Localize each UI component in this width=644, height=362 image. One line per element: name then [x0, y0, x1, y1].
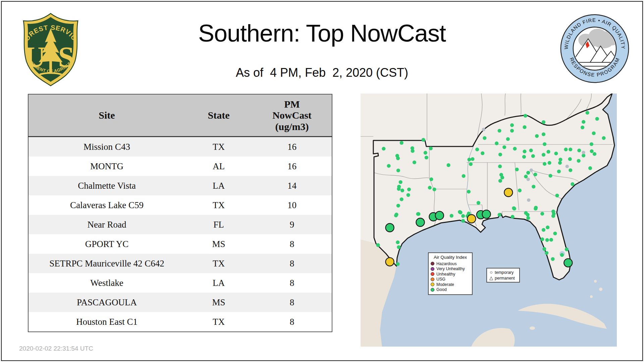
table-cell: PASCAGOULA — [28, 293, 185, 312]
monitor-dot-good — [542, 120, 545, 124]
monitor-dot-good — [498, 165, 502, 168]
legend-label: Very Unhealthy — [436, 266, 465, 271]
bahamas-island-1 — [594, 280, 597, 283]
monitor-dot-good — [394, 213, 398, 216]
table-cell: Westlake — [28, 273, 185, 293]
monitor-dot-good — [548, 161, 551, 165]
monitor-dot-good — [376, 243, 380, 247]
legend-item: Moderate — [431, 282, 470, 287]
table-cell: 8 — [252, 254, 332, 273]
table-row: Chalmette VistaLA14 — [28, 176, 332, 195]
monitor-dot-inactive — [527, 198, 530, 202]
monitor-dot-good — [560, 253, 564, 257]
temporary-label: temporary — [495, 270, 514, 275]
monitor-dot-good — [510, 129, 514, 132]
monitor-dot-good — [553, 232, 557, 235]
marker-type-key: ○ temporary △ permanent — [486, 268, 520, 283]
generation-timestamp: 2020-02-02 22:31:54 UTC — [19, 345, 93, 352]
top-site-marker-good — [386, 224, 394, 232]
table-cell: 9 — [252, 215, 332, 234]
monitor-dot-good — [533, 173, 537, 176]
monitor-dot-good — [590, 149, 594, 153]
table-cell: 8 — [252, 234, 332, 254]
monitor-dot-good — [602, 136, 605, 140]
legend-label: Hazardous — [436, 261, 457, 266]
marker-key-permanent-row: △ permanent — [489, 275, 517, 281]
monitor-dot-good — [535, 134, 539, 138]
monitor-dot-good — [500, 176, 504, 179]
monitor-dot-good — [542, 153, 545, 157]
monitor-dot-good — [396, 204, 400, 207]
isla-juventud — [530, 326, 535, 330]
monitor-dot-good — [407, 193, 410, 197]
table-row: PASCAGOULAMS8 — [28, 293, 332, 312]
monitor-dot-good — [467, 158, 471, 162]
legend-label: Moderate — [436, 282, 454, 287]
page-subtitle: As of 4 PM, Feb 2, 2020 (CST) — [236, 66, 408, 80]
monitor-dot-good — [397, 187, 400, 191]
monitor-dot-good — [531, 154, 535, 158]
monitor-dot-good — [581, 126, 584, 129]
monitor-dot-good — [511, 215, 515, 219]
table-cell: TX — [185, 254, 252, 273]
monitor-dot-good — [462, 174, 466, 178]
monitor-dot-good — [471, 157, 474, 161]
monitor-dot-good — [546, 150, 550, 154]
monitor-dot-inactive — [527, 178, 530, 181]
column-header: PM NowCast (ug/m3) — [252, 94, 332, 137]
monitor-dot-good — [429, 177, 433, 181]
monitor-dot-good — [545, 238, 549, 242]
monitor-dot-good — [542, 132, 545, 136]
monitor-dot-good — [495, 141, 498, 145]
monitor-dot-good — [424, 151, 427, 155]
monitor-dot-good — [586, 111, 589, 115]
monitor-dot-good — [411, 149, 415, 153]
legend-item: Very Unhealthy — [431, 266, 470, 272]
top-site-marker-good — [564, 259, 572, 267]
monitor-dot-good — [513, 147, 517, 150]
monitor-dot-good — [523, 149, 526, 153]
monitor-dot-inactive — [482, 128, 485, 131]
monitor-dot-good — [564, 147, 568, 151]
table-cell: 16 — [252, 157, 332, 176]
monitor-dot-good — [512, 206, 516, 210]
legend-swatch-icon — [431, 272, 434, 276]
monitor-dot-good — [498, 179, 502, 183]
top-site-marker-good — [416, 218, 425, 227]
table-cell: Calaveras Lake C59 — [28, 195, 185, 215]
monitor-dot-good — [557, 170, 561, 173]
monitor-dot-good — [467, 190, 471, 193]
monitor-dot-good — [524, 114, 527, 118]
monitor-dot-good — [461, 219, 465, 223]
top-site-marker-moderate — [386, 258, 394, 266]
monitor-dot-good — [595, 117, 599, 121]
table-cell: MONTG — [28, 157, 185, 176]
table-row: MONTGAL16 — [28, 157, 332, 176]
wfaqrp-logo: WILDLAND FIRE • AIR QUALITY RESPONSE PRO… — [559, 13, 631, 84]
bahamas-island-2 — [599, 288, 602, 291]
aqi-legend-items: HazardousVery UnhealthyUnhealthyUSGModer… — [431, 261, 470, 292]
monitor-dot-good — [483, 136, 486, 140]
monitor-dot-good — [461, 214, 465, 218]
monitor-dot-good — [534, 206, 538, 209]
legend-swatch-icon — [431, 267, 434, 271]
monitor-dot-good — [399, 180, 402, 184]
table-cell: Houston East C1 — [28, 312, 185, 332]
monitor-dot-good — [593, 152, 596, 156]
cuba-island — [518, 304, 607, 329]
monitor-dot-good — [542, 247, 546, 251]
table-cell: Near Road — [28, 215, 185, 234]
monitor-dot-good — [540, 237, 544, 241]
monitor-dot-good — [558, 158, 562, 162]
monitor-dot-good — [498, 213, 501, 217]
monitor-dot-good — [396, 262, 399, 266]
monitor-dot-good — [396, 240, 399, 244]
monitor-dot-good — [450, 214, 453, 218]
monitor-dot-inactive — [530, 169, 533, 172]
monitor-dot-good — [407, 188, 411, 191]
monitor-dot-inactive — [582, 151, 585, 154]
monitor-dot-good — [425, 156, 428, 159]
monitor-dot-good — [529, 148, 533, 152]
yucatan-landmass — [471, 328, 515, 347]
top-site-marker-moderate — [467, 215, 476, 223]
